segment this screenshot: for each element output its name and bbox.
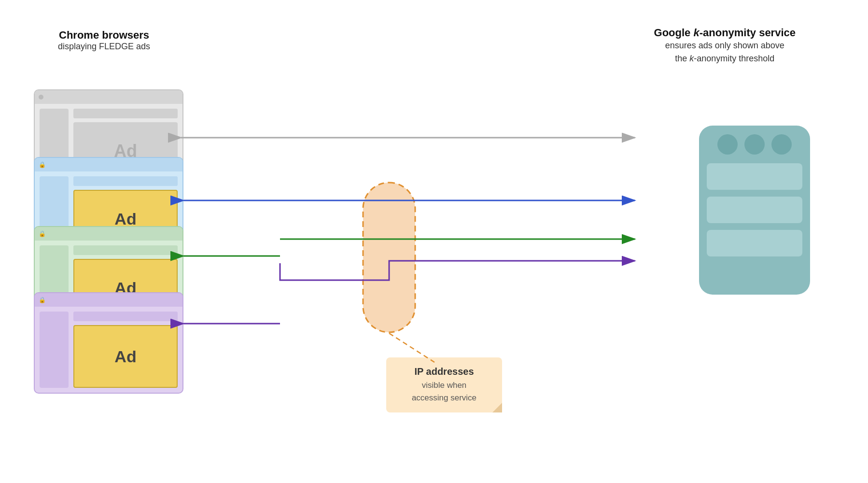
- browser-purple: 🔒 Ad: [34, 292, 183, 394]
- browser-blue-ad-text: Ad: [114, 210, 136, 228]
- server-circle-2: [744, 134, 765, 155]
- browser-gray-titlebar: [35, 90, 182, 104]
- ip-addresses-box: IP addresses visible when accessing serv…: [386, 357, 502, 412]
- server-slot-3: [707, 230, 802, 256]
- server-slot-2: [707, 197, 802, 223]
- server-circle-1: [717, 134, 738, 155]
- right-label-subtitle: ensures ads only shown abovethe k-anonym…: [654, 39, 796, 65]
- browser-gray-navbar: [73, 109, 178, 118]
- browser-purple-content: Ad: [35, 307, 182, 393]
- left-label: Chrome browsers displaying FLEDGE ads: [58, 29, 150, 52]
- browser-purple-titlebar: 🔒: [35, 293, 182, 307]
- right-label-title: Google k-anonymity service: [654, 27, 796, 39]
- right-label: Google k-anonymity service ensures ads o…: [654, 27, 796, 65]
- browser-green-navbar: [73, 245, 178, 255]
- lock-icon-green: 🔒: [39, 230, 46, 237]
- server-slot-1: [707, 163, 802, 190]
- left-label-title: Chrome browsers: [58, 29, 150, 42]
- server-circle-3: [771, 134, 792, 155]
- browser-purple-main: Ad: [73, 312, 178, 388]
- browser-green-titlebar: 🔒: [35, 227, 182, 241]
- ip-title: IP addresses: [396, 366, 492, 377]
- browser-blue-titlebar: 🔒: [35, 158, 182, 171]
- diagram-container: Chrome browsers displaying FLEDGE ads Go…: [0, 0, 868, 483]
- browser-blue-navbar: [73, 176, 178, 186]
- browser-purple-sidebar: [40, 312, 69, 388]
- orange-blob: [363, 183, 415, 332]
- browser-purple-navbar: [73, 312, 178, 321]
- lock-icon-purple: 🔒: [39, 297, 46, 303]
- titlebar-dot: [39, 95, 43, 99]
- server-box: [699, 126, 810, 295]
- browser-purple-ad-text: Ad: [114, 347, 136, 366]
- browser-purple-ad: Ad: [73, 325, 178, 388]
- left-label-subtitle: displaying FLEDGE ads: [58, 42, 150, 52]
- purple-right-arrow: [280, 261, 635, 280]
- lock-icon-blue: 🔒: [39, 161, 46, 168]
- ip-subtitle: visible when accessing service: [396, 379, 492, 404]
- server-circles: [717, 134, 792, 155]
- right-label-italic: k: [693, 27, 699, 39]
